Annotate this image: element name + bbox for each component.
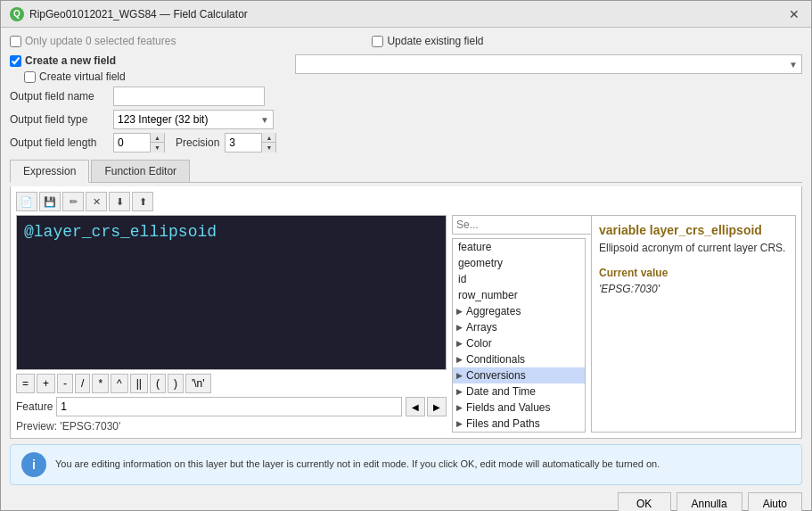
op-concat[interactable]: || [130, 374, 148, 393]
feature-nav: ◀ ▶ [406, 397, 447, 416]
list-item[interactable]: ▶Conversions [453, 367, 585, 383]
list-item[interactable]: ▶Arrays [453, 319, 585, 335]
tabs-container: Expression Function Editor [10, 160, 802, 183]
feature-row: Feature ◀ ▶ [16, 397, 447, 416]
ok-button[interactable]: OK [618, 492, 671, 511]
feature-label: Feature [16, 400, 53, 413]
field-left: Create a new field Create virtual field … [10, 54, 277, 152]
create-new-field-checkbox-label[interactable]: Create a new field [10, 54, 277, 67]
output-field-type-row: Output field type 123 Integer (32 bit) ▼ [10, 110, 277, 129]
field-calculator-dialog: Q RipGeo01012021_WGS84 — Field Calculato… [0, 0, 812, 511]
precision-input[interactable] [226, 134, 261, 152]
prev-feature-btn[interactable]: ◀ [406, 397, 425, 416]
function-list[interactable]: feature geometry id row_number ▶Aggregat… [452, 238, 586, 433]
edit-button[interactable]: ✏ [62, 192, 84, 211]
precision-spinbox[interactable]: ▲ ▼ [225, 133, 276, 152]
expand-icon: ▶ [456, 371, 463, 380]
op-close-paren[interactable]: ) [168, 374, 184, 393]
info-text: You are editing information on this laye… [55, 457, 660, 471]
op-power[interactable]: ^ [111, 374, 128, 393]
spinbox-btns: ▲ ▼ [150, 133, 164, 152]
app-icon: Q [10, 7, 24, 21]
help-panel: variable layer_crs_ellipsoid Ellipsoid a… [591, 215, 796, 433]
op-minus[interactable]: - [57, 374, 73, 393]
expression-toolbar: 📄 💾 ✏ ✕ ⬇ ⬆ [16, 192, 796, 211]
output-field-length-label: Output field length [10, 136, 108, 149]
current-value: 'EPSG:7030' [599, 283, 788, 295]
update-existing-field-checkbox-label[interactable]: Update existing field [372, 35, 483, 47]
output-field-length-spinbox[interactable]: ▲ ▼ [113, 133, 165, 152]
op-open-paren[interactable]: ( [150, 374, 166, 393]
list-item[interactable]: ▶Conditionals [453, 351, 585, 367]
op-equals[interactable]: = [16, 374, 35, 393]
middle-panel: Show Help feature geometry id row_number… [452, 215, 586, 433]
field-right: ▼ [295, 54, 802, 74]
help-title: variable layer_crs_ellipsoid [599, 223, 788, 237]
create-virtual-field-checkbox[interactable] [24, 71, 36, 83]
output-field-length-row: Output field length ▲ ▼ Precision ▲ [10, 133, 277, 152]
create-new-field-checkbox[interactable] [10, 55, 21, 67]
list-item[interactable]: ▶Date and Time [453, 383, 585, 400]
output-field-type-select[interactable]: 123 Integer (32 bit) ▼ [113, 110, 274, 129]
content-area: @layer_crs_ellipsoid = + - / * ^ || ( ) … [16, 215, 796, 433]
op-plus[interactable]: + [37, 374, 55, 393]
only-update-checkbox-label[interactable]: Only update 0 selected features [10, 35, 176, 47]
spinbox-up-btn[interactable]: ▲ [150, 133, 164, 143]
op-divide[interactable]: / [75, 374, 90, 393]
tab-function-editor[interactable]: Function Editor [91, 160, 190, 182]
expression-panel: @layer_crs_ellipsoid = + - / * ^ || ( ) … [16, 215, 447, 433]
expand-icon: ▶ [456, 323, 463, 332]
title-bar-left: Q RipGeo01012021_WGS84 — Field Calculato… [10, 7, 248, 21]
op-newline[interactable]: '\n' [185, 374, 211, 393]
main-content-area: 📄 💾 ✏ ✕ ⬇ ⬆ @layer_crs_ellipsoid = + [10, 186, 802, 439]
top-options: Only update 0 selected features Update e… [10, 35, 802, 47]
expand-icon: ▶ [456, 403, 463, 412]
list-item[interactable]: geometry [453, 255, 585, 271]
title-bar: Q RipGeo01012021_WGS84 — Field Calculato… [1, 1, 811, 28]
output-field-type-label: Output field type [10, 113, 108, 126]
list-item[interactable]: ▶Files and Paths [453, 416, 585, 432]
op-multiply[interactable]: * [92, 374, 109, 393]
list-item[interactable]: ▶Color [453, 335, 585, 351]
spinbox-down-btn[interactable]: ▼ [150, 143, 164, 152]
output-field-name-row: Output field name [10, 87, 277, 106]
list-item[interactable]: ▶Aggregates [453, 303, 585, 319]
precision-spinbox-btns: ▲ ▼ [261, 133, 275, 152]
dialog-body: Only update 0 selected features Update e… [1, 28, 811, 511]
expand-icon: ▶ [456, 355, 463, 364]
dropdown-arrow-icon: ▼ [789, 60, 798, 70]
preview-value: 'EPSG:7030' [60, 420, 120, 433]
create-virtual-field-checkbox-label[interactable]: Create virtual field [24, 70, 277, 83]
current-value-label: Current value [599, 267, 788, 279]
update-existing-field-checkbox[interactable] [372, 36, 383, 47]
aiuto-button[interactable]: Aiuto [748, 492, 802, 511]
expand-icon: ▶ [456, 387, 463, 396]
delete-button[interactable]: ✕ [86, 192, 107, 211]
new-button[interactable]: 📄 [16, 192, 37, 211]
export-button[interactable]: ⬆ [132, 192, 153, 211]
info-bar: i You are editing information on this la… [10, 444, 802, 485]
output-field-length-input[interactable] [114, 134, 150, 152]
list-item[interactable]: id [453, 271, 585, 287]
button-row: OK Annulla Aiuto [10, 489, 802, 511]
save-button[interactable]: 💾 [39, 192, 61, 211]
update-existing-dropdown[interactable]: ▼ [295, 54, 802, 74]
help-description: Ellipsoid acronym of current layer CRS. [599, 241, 788, 256]
search-input[interactable] [452, 215, 595, 235]
import-button[interactable]: ⬇ [109, 192, 130, 211]
expand-icon: ▶ [456, 419, 463, 428]
precision-down-btn[interactable]: ▼ [261, 143, 275, 152]
only-update-checkbox[interactable] [10, 36, 21, 47]
close-button[interactable]: ✕ [786, 6, 802, 22]
tab-expression[interactable]: Expression [10, 160, 89, 183]
feature-input[interactable] [56, 397, 402, 416]
next-feature-btn[interactable]: ▶ [427, 397, 447, 416]
expression-editor[interactable]: @layer_crs_ellipsoid [16, 215, 447, 370]
list-item[interactable]: feature [453, 239, 585, 255]
annulla-button[interactable]: Annulla [677, 492, 742, 511]
precision-up-btn[interactable]: ▲ [261, 133, 275, 143]
list-item[interactable]: ▶Fields and Values [453, 400, 585, 416]
select-arrow-icon: ▼ [260, 115, 269, 125]
list-item[interactable]: row_number [453, 287, 585, 303]
output-field-name-input[interactable] [113, 87, 265, 106]
